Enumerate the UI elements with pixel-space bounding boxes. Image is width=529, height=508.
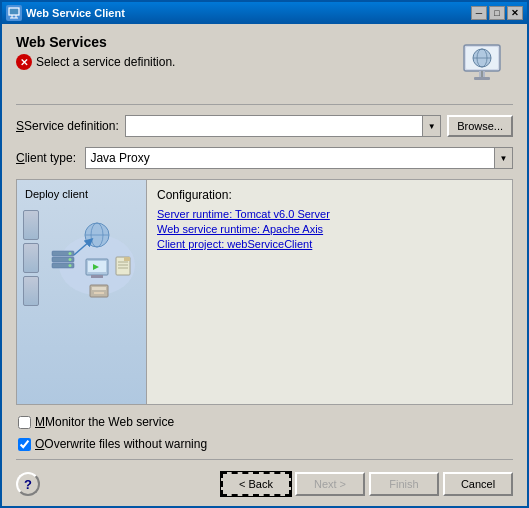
client-type-combo[interactable]: ▼ [85,147,513,169]
left-panel: Deploy client [17,180,147,404]
sidebar-deco-item-1 [23,210,39,240]
overwrite-checkbox[interactable] [18,438,31,451]
service-definition-dropdown-arrow[interactable]: ▼ [422,116,440,136]
browse-button[interactable]: Browse... [447,115,513,137]
cancel-button[interactable]: Cancel [443,472,513,496]
service-definition-input[interactable] [126,116,422,136]
title-bar: Web Service Client ─ □ ✕ [2,2,527,24]
deploy-visual [42,213,142,308]
bottom-section: ? < Back Next > Finish Cancel [16,459,513,496]
monitor-label-text: Monitor the Web service [45,415,174,429]
client-type-label: Client type: [16,151,79,165]
window-icon [6,5,22,21]
bottom-divider [16,459,513,460]
back-button[interactable]: < Back [221,472,291,496]
maximize-button[interactable]: □ [489,6,505,20]
dialog-content: Web Services ✕ Select a service definiti… [2,24,527,506]
right-panel: Configuration: Server runtime: Tomcat v6… [147,180,512,404]
overwrite-label-text: Overwrite files without warning [44,437,207,451]
web-service-runtime-link[interactable]: Web service runtime: Apache Axis [157,223,502,235]
sidebar-deco-item-2 [23,243,39,273]
svg-rect-33 [90,285,108,297]
header-section: Web Services ✕ Select a service definiti… [16,34,513,94]
minimize-button[interactable]: ─ [471,6,487,20]
client-type-row: Client type: ▼ [16,147,513,169]
svg-rect-26 [91,275,103,278]
header-image [453,34,513,94]
error-message-row: ✕ Select a service definition. [16,54,453,70]
server-runtime-link[interactable]: Server runtime: Tomcat v6.0 Server [157,208,502,220]
svg-marker-32 [124,257,130,261]
monitor-checkbox-row: MMonitor the Web service [16,415,513,429]
finish-button[interactable]: Finish [369,472,439,496]
monitor-checkbox[interactable] [18,416,31,429]
service-definition-label: SService definition: [16,119,119,133]
config-title: Configuration: [157,188,502,202]
page-title: Web Services [16,34,453,50]
service-definition-row: SService definition: ▼ Browse... [16,115,513,137]
sidebar-deco-item-3 [23,276,39,306]
main-panel: Deploy client [16,179,513,405]
close-button[interactable]: ✕ [507,6,523,20]
overwrite-checkbox-row: OOverwrite files without warning [16,437,513,451]
header-divider [16,104,513,105]
svg-rect-11 [474,77,490,80]
main-window: Web Service Client ─ □ ✕ Web Services ✕ … [0,0,529,508]
wizard-icon [456,37,511,92]
client-project-link[interactable]: Client project: webServiceClient [157,238,502,250]
svg-rect-34 [92,287,106,290]
header-text-area: Web Services ✕ Select a service definiti… [16,34,453,70]
error-icon: ✕ [16,54,32,70]
button-row: ? < Back Next > Finish Cancel [16,468,513,496]
deploy-title: Deploy client [25,188,88,200]
service-definition-combo[interactable]: ▼ [125,115,441,137]
svg-point-17 [68,252,71,255]
client-type-input[interactable] [86,148,494,168]
help-button[interactable]: ? [16,472,40,496]
svg-rect-1 [10,9,18,14]
overwrite-label[interactable]: OOverwrite files without warning [35,437,207,451]
error-text: Select a service definition. [36,55,175,69]
service-definition-label-text: Service definition: [24,119,119,133]
svg-point-18 [68,258,71,261]
sidebar-decoration [23,210,43,309]
window-title: Web Service Client [26,7,471,19]
client-type-dropdown-arrow[interactable]: ▼ [494,148,512,168]
svg-rect-35 [94,292,104,294]
window-controls: ─ □ ✕ [471,6,523,20]
next-button[interactable]: Next > [295,472,365,496]
svg-point-19 [68,264,71,267]
monitor-label[interactable]: MMonitor the Web service [35,415,174,429]
